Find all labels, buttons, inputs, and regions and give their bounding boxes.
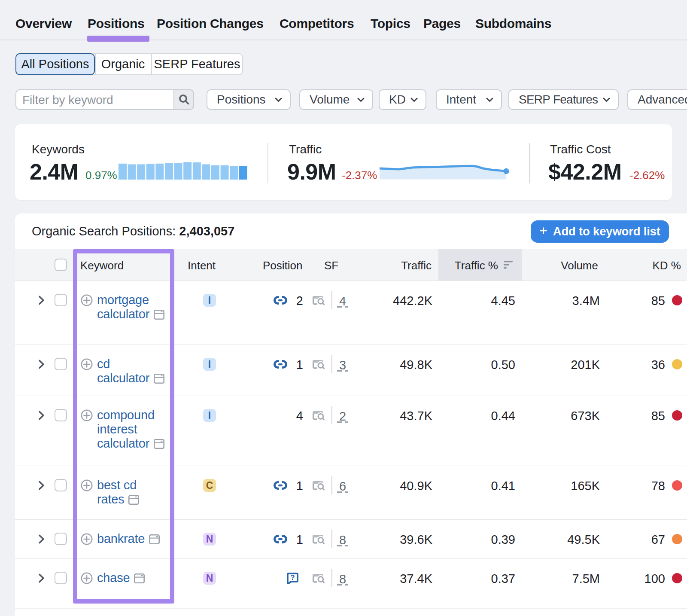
svg-text:?: ? — [290, 573, 295, 582]
